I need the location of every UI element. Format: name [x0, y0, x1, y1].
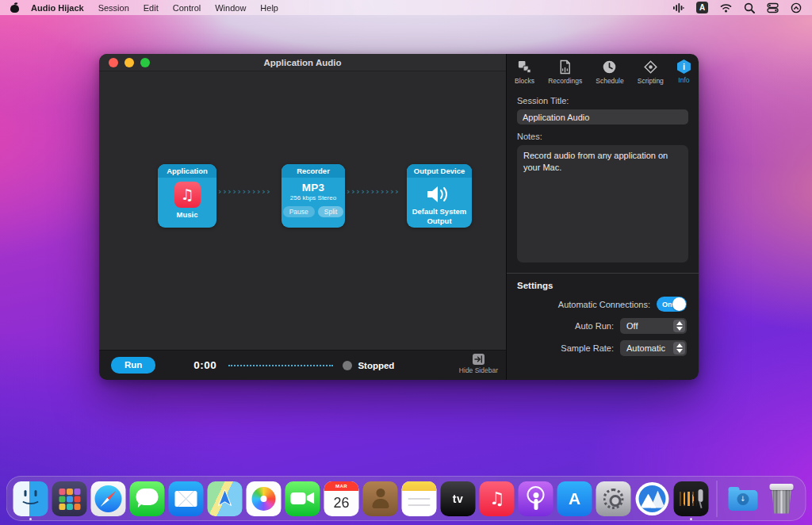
dock-separator	[717, 481, 718, 517]
dock-icon-facetime[interactable]	[285, 481, 320, 516]
music-app-icon: ♫	[174, 182, 201, 208]
session-timer: 0:00	[193, 359, 216, 371]
sidebar-divider	[507, 273, 699, 274]
output-device-block[interactable]: Output Device Default System Output	[407, 164, 472, 228]
dock-icon-messages[interactable]	[130, 481, 165, 516]
dock: MAR 26 tv ♫ A ↓	[6, 476, 806, 521]
info-icon: i	[677, 59, 691, 74]
sample-rate-label: Sample Rate:	[561, 343, 614, 353]
session-title-input[interactable]: Application Audio	[517, 109, 688, 125]
output-block-header: Output Device	[407, 164, 472, 178]
window-titlebar[interactable]: Application Audio	[99, 54, 506, 71]
tab-info[interactable]: i Info	[677, 59, 691, 85]
hide-sidebar-icon	[473, 354, 485, 365]
stepper-icon	[673, 342, 685, 354]
dock-icon-trash[interactable]	[764, 481, 799, 516]
menu-bar: Audio Hijack Session Edit Control Window…	[0, 0, 812, 15]
recorder-block-header: Recorder	[282, 164, 345, 178]
dock-icon-mail[interactable]	[169, 481, 204, 516]
download-arrow-glyph: ↓	[737, 493, 749, 505]
session-title-label: Session Title:	[517, 96, 688, 105]
tab-blocks[interactable]: Blocks	[515, 59, 534, 85]
dock-icon-system-preferences[interactable]	[596, 481, 631, 516]
status-circle-icon[interactable]	[791, 2, 802, 13]
run-button[interactable]: Run	[111, 357, 155, 374]
auto-run-value: Off	[626, 321, 638, 331]
recorder-detail: 256 kbps Stereo	[282, 194, 345, 201]
tab-recordings[interactable]: Recordings	[548, 59, 582, 85]
menu-edit[interactable]: Edit	[144, 3, 159, 13]
pause-button[interactable]: Pause	[283, 206, 315, 217]
recorder-block[interactable]: Recorder MP3 256 kbps Stereo Pause Split	[282, 164, 345, 228]
wifi-icon[interactable]	[720, 3, 732, 13]
apple-menu-icon[interactable]	[10, 2, 19, 13]
output-block-label: Default System Output	[407, 207, 472, 226]
application-block[interactable]: Application ♫ Music	[158, 164, 216, 228]
dock-icon-contacts[interactable]	[363, 481, 398, 516]
dock-icon-music[interactable]: ♫	[480, 481, 515, 516]
toggle-knob	[672, 297, 686, 311]
connector-recorder-output: ›››››››››››	[347, 186, 400, 197]
status-indicator-dot	[343, 361, 352, 370]
audio-waveform-icon[interactable]	[672, 2, 684, 13]
dock-icon-audio-hijack[interactable]	[674, 481, 709, 516]
dock-icon-calendar[interactable]: MAR 26	[324, 481, 359, 516]
application-block-header: Application	[158, 164, 216, 178]
settings-header: Settings	[517, 281, 688, 290]
dock-icon-launchpad[interactable]	[52, 481, 87, 516]
auto-run-label: Auto Run:	[575, 321, 614, 331]
status-text: Stopped	[358, 361, 394, 370]
tab-recordings-label: Recordings	[548, 77, 582, 85]
auto-run-row: Auto Run: Off	[519, 318, 687, 334]
automatic-connections-label: Automatic Connections:	[558, 300, 650, 309]
calendar-day: 26	[324, 491, 359, 516]
control-center-icon[interactable]	[767, 2, 779, 13]
split-button[interactable]: Split	[318, 206, 344, 217]
menu-window[interactable]: Window	[215, 3, 246, 13]
dock-icon-downloads[interactable]: ↓	[726, 481, 760, 516]
toggle-on-label: On	[662, 301, 672, 308]
notes-label: Notes:	[517, 132, 688, 141]
dock-icon-maps[interactable]	[208, 481, 243, 516]
dock-icon-photos[interactable]	[247, 481, 282, 516]
dock-icon-notes[interactable]	[402, 481, 437, 516]
tab-schedule[interactable]: Schedule	[596, 59, 623, 85]
running-indicator	[690, 518, 692, 520]
sample-rate-value: Automatic	[626, 343, 665, 353]
tab-scripting[interactable]: Scripting	[638, 59, 664, 85]
audio-hijack-window: Application Audio Application ♫ Music ››…	[99, 54, 699, 380]
application-block-label: Music	[158, 210, 216, 220]
dock-icon-app-store[interactable]: A	[557, 481, 592, 516]
window-title: Application Audio	[99, 58, 506, 67]
spotlight-search-icon[interactable]	[744, 2, 755, 13]
scripting-icon	[643, 59, 658, 75]
dock-icon-safari[interactable]	[91, 481, 126, 516]
transport-bar: Run 0:00 Stopped Hide Sidebar	[99, 350, 506, 380]
sample-rate-select[interactable]: Automatic	[620, 340, 687, 356]
recordings-icon	[557, 59, 573, 75]
tab-info-label: Info	[678, 76, 689, 84]
recorder-format: MP3	[282, 182, 345, 194]
dock-icon-mountain-app[interactable]	[635, 481, 670, 516]
tab-scripting-label: Scripting	[638, 77, 664, 85]
dock-icon-apple-tv[interactable]: tv	[441, 481, 476, 516]
notes-textarea[interactable]: Record audio from any application on you…	[517, 145, 688, 262]
input-source-icon[interactable]: A	[696, 2, 708, 13]
automatic-connections-toggle[interactable]: On	[657, 297, 687, 312]
dock-icon-podcasts[interactable]	[519, 481, 553, 516]
hide-sidebar-button[interactable]: Hide Sidebar	[459, 354, 498, 374]
menu-status-icons: A	[672, 2, 802, 13]
menu-help[interactable]: Help	[260, 3, 278, 13]
pipeline-canvas[interactable]: Application ♫ Music ››››››››››› Recorder…	[99, 71, 506, 350]
menu-session[interactable]: Session	[98, 3, 129, 13]
sample-rate-row: Sample Rate: Automatic	[519, 340, 687, 356]
dock-icon-finder[interactable]	[13, 481, 48, 516]
running-indicator	[29, 518, 32, 520]
tab-blocks-label: Blocks	[515, 77, 534, 85]
stepper-icon	[673, 320, 685, 332]
session-canvas-column: Application Audio Application ♫ Music ››…	[99, 54, 506, 380]
menu-control[interactable]: Control	[173, 3, 201, 13]
auto-run-select[interactable]: Off	[620, 318, 687, 334]
menu-app-name[interactable]: Audio Hijack	[31, 3, 84, 13]
tab-schedule-label: Schedule	[596, 77, 623, 85]
